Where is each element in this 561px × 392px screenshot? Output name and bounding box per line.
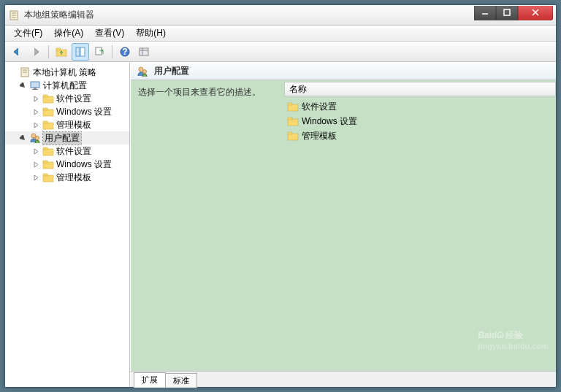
tree-admin-templates[interactable]: 管理模板 (5, 171, 129, 184)
svg-point-38 (139, 67, 143, 72)
tree-computer-config[interactable]: 计算机配置 (5, 79, 129, 92)
tree-label: 本地计算机 策略 (33, 66, 96, 79)
svg-rect-43 (288, 118, 292, 120)
app-icon (8, 9, 20, 21)
menubar: 文件(F) 操作(A) 查看(V) 帮助(H) (5, 26, 556, 42)
content-area: 本地计算机 策略 计算机配置 软件设置 Windows 设置 管理模板 (5, 63, 556, 387)
expand-icon[interactable] (31, 94, 40, 103)
menu-view[interactable]: 查看(V) (89, 26, 130, 41)
svg-rect-25 (43, 95, 47, 97)
svg-rect-27 (43, 108, 47, 110)
column-header-name[interactable]: 名称 (284, 82, 556, 96)
svg-rect-34 (43, 162, 53, 169)
tree-root[interactable]: 本地计算机 策略 (5, 66, 129, 79)
tree-admin-templates[interactable]: 管理模板 (5, 118, 129, 131)
item-label: Windows 设置 (302, 115, 357, 128)
blank-twisty (8, 68, 17, 77)
item-label: 管理模板 (302, 130, 337, 142)
svg-rect-21 (31, 82, 39, 88)
filter-button[interactable] (135, 43, 153, 61)
separator (112, 45, 112, 58)
tree-label: 用户配置 (43, 132, 81, 145)
tab-extended[interactable]: 扩展 (134, 372, 166, 388)
expand-icon[interactable] (31, 147, 40, 155)
tree-label: 计算机配置 (43, 80, 87, 92)
tree-software-settings[interactable]: 软件设置 (5, 92, 129, 105)
tree-label: Windows 设置 (56, 158, 112, 171)
folder-icon (42, 172, 54, 183)
tab-standard[interactable]: 标准 (165, 373, 197, 388)
svg-rect-28 (43, 123, 53, 129)
back-button[interactable] (8, 43, 26, 61)
svg-rect-32 (43, 149, 53, 155)
folder-icon (287, 101, 299, 112)
svg-rect-12 (96, 47, 102, 55)
menu-help[interactable]: 帮助(H) (130, 26, 172, 41)
export-button[interactable] (91, 43, 108, 61)
menu-file[interactable]: 文件(F) (8, 26, 48, 41)
svg-rect-11 (80, 47, 85, 56)
tree-label: 管理模板 (56, 172, 91, 184)
svg-rect-45 (288, 132, 292, 134)
folder-icon (42, 119, 54, 131)
expand-icon[interactable] (31, 173, 40, 182)
svg-rect-37 (43, 174, 47, 176)
list-item[interactable]: 管理模板 (284, 128, 556, 143)
folder-icon (42, 106, 54, 118)
svg-rect-33 (43, 147, 47, 150)
tree-windows-settings[interactable]: Windows 设置 (5, 158, 129, 171)
list-item[interactable]: 软件设置 (284, 99, 556, 114)
svg-rect-35 (43, 161, 47, 163)
view-tabs: 扩展 标准 (131, 371, 556, 387)
svg-rect-22 (34, 88, 37, 89)
description-pane: 选择一个项目来查看它的描述。 (131, 80, 284, 371)
expand-icon[interactable] (31, 160, 40, 169)
separator (48, 45, 49, 58)
collapse-icon[interactable] (18, 81, 27, 90)
user-icon (29, 132, 41, 144)
svg-rect-9 (56, 48, 61, 50)
svg-rect-24 (43, 96, 53, 103)
collapse-icon[interactable] (18, 134, 27, 142)
expand-icon[interactable] (31, 107, 40, 116)
tree-label: 软件设置 (56, 93, 91, 105)
tree-label: 软件设置 (56, 145, 91, 158)
svg-rect-23 (32, 89, 38, 90)
tree-panel[interactable]: 本地计算机 策略 计算机配置 软件设置 Windows 设置 管理模板 (5, 63, 130, 387)
svg-rect-26 (43, 109, 53, 116)
list-item[interactable]: Windows 设置 (284, 114, 556, 128)
tree-software-settings[interactable]: 软件设置 (5, 145, 129, 158)
help-button[interactable]: ? (116, 43, 134, 61)
folder-icon (287, 115, 299, 127)
svg-rect-41 (288, 103, 292, 105)
close-button[interactable] (518, 6, 553, 20)
detail-panel: 用户配置 选择一个项目来查看它的描述。 名称 软件设置 Win (130, 63, 556, 387)
svg-rect-40 (288, 104, 298, 111)
panel-body: 选择一个项目来查看它的描述。 名称 软件设置 Windows 设置 (131, 80, 556, 371)
window-title: 本地组策略编辑器 (24, 9, 474, 21)
show-hide-tree-button[interactable] (72, 43, 89, 61)
tree-label: Windows 设置 (56, 106, 112, 118)
forward-button[interactable] (27, 43, 45, 61)
description-hint: 选择一个项目来查看它的描述。 (138, 87, 261, 97)
maximize-button[interactable] (496, 6, 518, 20)
svg-rect-29 (43, 121, 47, 123)
list-pane: 名称 软件设置 Windows 设置 管理模板 (284, 80, 556, 371)
folder-icon (287, 130, 299, 142)
svg-rect-10 (76, 47, 80, 56)
policy-icon (19, 66, 31, 78)
menu-action[interactable]: 操作(A) (48, 26, 89, 41)
item-label: 软件设置 (302, 101, 337, 113)
expand-icon[interactable] (31, 120, 40, 129)
minimize-button[interactable] (474, 6, 496, 20)
svg-point-30 (31, 134, 36, 138)
svg-rect-15 (140, 48, 148, 55)
panel-header: 用户配置 (131, 63, 556, 80)
tree-user-config[interactable]: 用户配置 (5, 131, 129, 145)
tree-label: 管理模板 (56, 119, 91, 131)
tree-windows-settings[interactable]: Windows 设置 (5, 105, 129, 118)
up-button[interactable] (53, 43, 70, 61)
svg-rect-5 (504, 9, 510, 15)
app-window: 本地组策略编辑器 文件(F) 操作(A) 查看(V) 帮助(H) ? 本地计算机… (4, 4, 557, 388)
titlebar[interactable]: 本地组策略编辑器 (5, 5, 556, 26)
